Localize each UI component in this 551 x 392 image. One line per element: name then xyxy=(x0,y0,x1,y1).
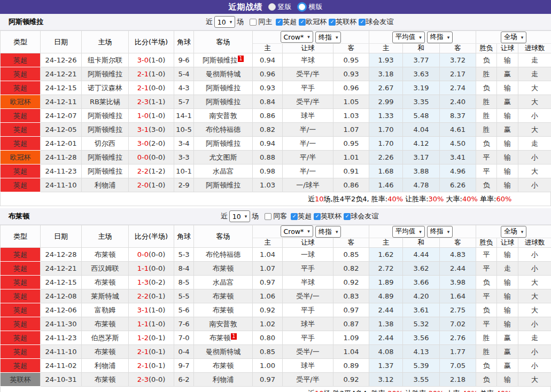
result-goals: 小 xyxy=(518,151,551,164)
league-checkbox[interactable]: ✓ xyxy=(314,213,321,220)
competition-badge: 英联杯 xyxy=(1,373,41,387)
result-outcome: 负 xyxy=(476,178,497,192)
score: 2-1(0-0) xyxy=(129,81,174,95)
crow-odds-value: 球半 xyxy=(283,317,333,331)
avg-odds-value: 4.04 xyxy=(403,123,440,137)
chevron-down-icon: ▾ xyxy=(447,229,450,234)
corner-count: 5-6 xyxy=(174,303,194,317)
league-checkbox[interactable]: ✓ xyxy=(299,19,306,26)
league-checkbox[interactable]: ✓ xyxy=(291,213,298,220)
match-date: 24-12-15 xyxy=(41,81,82,95)
away-team: 水晶宫 xyxy=(194,164,253,178)
summary-text: 10 xyxy=(315,195,324,203)
subcol-avg-draw: 和 xyxy=(403,238,440,248)
crow-odds-value: 0.86 xyxy=(333,178,369,192)
match-count-select[interactable]: 10▾ xyxy=(214,16,235,28)
period-select[interactable]: 全场▾ xyxy=(501,32,527,43)
avg-odds-value: 4.12 xyxy=(403,137,440,151)
match-date: 24-11-23 xyxy=(41,331,82,345)
radio-button-selected-icon[interactable] xyxy=(297,2,307,12)
crow-odds-value: 平手 xyxy=(283,331,333,345)
match-date: 24-11-28 xyxy=(41,151,82,164)
match-count-select[interactable]: 10▾ xyxy=(229,210,250,222)
result-handicap: 输 xyxy=(497,53,518,67)
score: 2-3(0-0) xyxy=(129,373,174,387)
result-handicap: 输 xyxy=(497,289,518,303)
team-title: 布莱顿 xyxy=(9,211,29,221)
home-team: 布莱顿 xyxy=(82,248,129,262)
subcol-avg-draw: 和 xyxy=(403,44,440,53)
period-select[interactable]: 全场▾ xyxy=(501,226,527,238)
odds-stage-select[interactable]: 终指▾ xyxy=(315,32,342,43)
avg-odds-value: 2.44 xyxy=(369,303,403,317)
crow-odds-value: 半/一 xyxy=(283,123,333,137)
competition-badge: 英超 xyxy=(1,178,41,192)
crow-odds-value: 0.97 xyxy=(253,276,283,289)
same-venue-checkbox[interactable] xyxy=(250,19,257,26)
away-team: 阿斯顿维拉 xyxy=(194,95,253,109)
avg-odds-value: 3.62 xyxy=(403,262,440,276)
match-row: 英超24-12-28布莱顿0-0(0-0)5-3布伦特福德1.04一球0.851… xyxy=(1,248,551,262)
result-outcome: 平 xyxy=(476,151,497,164)
avg-odds-value: 2.40 xyxy=(440,95,476,109)
odds-stage-select[interactable]: 终指▾ xyxy=(315,226,342,238)
league-checkbox[interactable]: ✓ xyxy=(344,213,351,220)
league-checkbox[interactable]: ✓ xyxy=(276,19,283,26)
crow-odds-value: 0.94 xyxy=(253,137,283,151)
crow-odds-value: 平/半 xyxy=(283,151,333,164)
avg-odds-select[interactable]: 平均值▾ xyxy=(392,32,425,43)
crow-odds-value: 球半 xyxy=(283,359,333,373)
score: 3-0(1-0) xyxy=(129,53,174,67)
avg-odds-value: 2.67 xyxy=(369,81,403,95)
match-row: 英超24-12-15诺丁汉森林2-1(0-0)4-3阿斯顿维拉0.93平手0.9… xyxy=(1,81,551,95)
avg-odds-value: 2.17 xyxy=(440,67,476,81)
crow-odds-value: 1.01 xyxy=(333,151,369,164)
layout-radio-horizontal[interactable]: 横版 xyxy=(297,2,323,12)
home-team: 利物浦 xyxy=(82,178,129,192)
match-row: 英超24-11-23伯恩茅斯1-2(0-1)7-0布莱顿10.80平手1.092… xyxy=(1,331,551,345)
col-header-score: 比分(半场) xyxy=(129,31,174,53)
result-outcome: 负 xyxy=(476,373,497,387)
avg-odds-value: 5.39 xyxy=(403,359,440,373)
league-checkbox[interactable]: ✓ xyxy=(359,19,366,26)
summary-text: 40% xyxy=(387,195,403,203)
match-row: 英联杯24-10-31布莱顿2-3(0-0)6-2利物浦0.97受平/半0.92… xyxy=(1,373,551,387)
league-label: 球会友谊 xyxy=(351,211,378,221)
home-team: 阿斯顿维拉 xyxy=(82,123,129,137)
subcol-crow-away: 客 xyxy=(333,44,369,53)
score: 3-1(1-0) xyxy=(129,303,174,317)
avg-odds-value: 3.35 xyxy=(403,95,440,109)
same-venue-checkbox[interactable] xyxy=(265,213,271,220)
match-row: 英超24-11-02利物浦2-1(0-1)9-7布莱顿1.00球半0.891.3… xyxy=(1,359,551,373)
col-header-away: 客场 xyxy=(194,225,253,248)
chevron-down-icon: ▾ xyxy=(245,214,247,219)
avg-stage-select[interactable]: 终指▾ xyxy=(427,32,453,43)
match-row: 欧冠杯24-12-11RB莱比锡2-3(1-1)5-7阿斯顿维拉0.84受平/半… xyxy=(1,95,551,109)
result-handicap: 赢 xyxy=(497,345,518,359)
avg-odds-value: 5.32 xyxy=(403,317,440,331)
col-header-home: 主场 xyxy=(82,225,129,248)
avg-odds-value: 2.72 xyxy=(369,262,403,276)
booking-badge: 1 xyxy=(231,333,237,340)
match-row: 英超24-12-26纽卡斯尔联3-0(1-0)9-6阿斯顿维拉10.94半球0.… xyxy=(1,53,551,67)
layout-radio-vertical[interactable]: 竖版 xyxy=(268,2,292,12)
booking-badge: 1 xyxy=(238,56,244,62)
result-goals: 大 xyxy=(518,95,551,109)
avg-odds-select[interactable]: 平均值▾ xyxy=(392,226,425,238)
avg-stage-select[interactable]: 终指▾ xyxy=(427,226,453,238)
league-checkbox[interactable]: ✓ xyxy=(329,19,336,26)
league-filter-group: ✓英超✓欧冠杯✓英联杯✓球会友谊 xyxy=(274,17,393,27)
bookmaker-select[interactable]: Crow*▾ xyxy=(281,225,313,237)
result-handicap: 走 xyxy=(497,262,518,276)
result-outcome: 负 xyxy=(476,81,497,95)
radio-button-icon[interactable] xyxy=(268,3,276,11)
crow-odds-value: 受平/半 xyxy=(283,67,333,81)
match-date: 24-11-10 xyxy=(41,345,82,359)
summary-text: 40% xyxy=(496,389,511,392)
score: 3-1(3-0) xyxy=(129,123,174,137)
score: 2-0(1-0) xyxy=(129,178,174,192)
result-handicap: 输 xyxy=(497,178,518,192)
score: 1-0(1-0) xyxy=(129,109,174,123)
bookmaker-select[interactable]: Crow*▾ xyxy=(281,31,313,43)
home-team: 阿斯顿维拉 xyxy=(82,164,129,178)
